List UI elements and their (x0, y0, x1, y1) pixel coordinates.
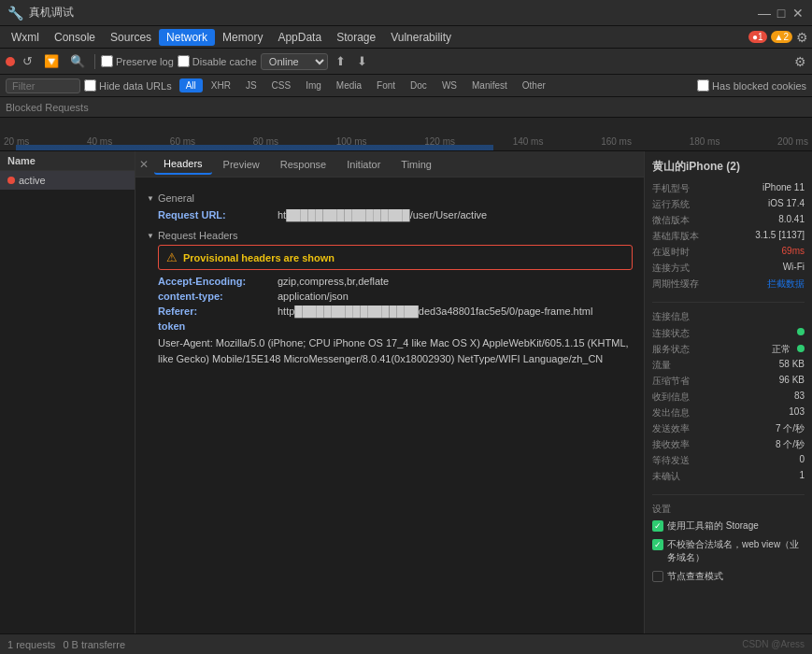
node-debug-checkbox[interactable] (652, 571, 663, 582)
sent-row: 发出信息 103 (652, 406, 805, 419)
menu-memory[interactable]: Memory (215, 29, 270, 46)
char-sent-row: 等待发送 0 (652, 454, 805, 467)
warning-message: Provisional headers are shown (183, 252, 335, 263)
tab-headers[interactable]: Headers (154, 154, 212, 175)
referer-label: Referer: (158, 306, 270, 317)
filter-tab-doc[interactable]: Doc (404, 78, 434, 92)
menu-appdata[interactable]: AppData (270, 29, 329, 46)
service-status-row: 服务状态 正常 (652, 343, 805, 356)
blocked-requests-label: Blocked Requests (6, 102, 89, 113)
conn-status-row: 连接状态 (652, 327, 805, 340)
download-button[interactable]: ⬇ (353, 52, 371, 70)
has-blocked-cookies-checkbox[interactable] (697, 79, 709, 92)
filter-tab-css[interactable]: CSS (265, 78, 298, 92)
node-debug-label: 节点查查模式 (667, 570, 723, 583)
user-agent-value: User-Agent: Mozilla/5.0 (iPhone; CPU iPh… (147, 334, 633, 368)
service-status-value: 正常 (772, 343, 805, 356)
error-badge: ●1 (748, 31, 767, 43)
filter-button[interactable]: 🔽 (40, 52, 63, 70)
filter-tab-js[interactable]: JS (239, 78, 264, 92)
menu-vulnerability[interactable]: Vulnerability (383, 29, 459, 46)
upload-button[interactable]: ⬆ (332, 52, 349, 70)
minimize-button[interactable]: — (758, 7, 771, 20)
filter-bar: Hide data URLs All XHR JS CSS Img Media … (0, 75, 812, 97)
menu-storage[interactable]: Storage (329, 29, 383, 46)
settings-section-title: 设置 (652, 503, 805, 516)
filter-tab-all[interactable]: All (179, 78, 203, 92)
preserve-log-label[interactable]: Preserve log (101, 55, 174, 67)
use-storage-checkbox[interactable]: ✓ (652, 520, 663, 532)
has-blocked-cookies[interactable]: Has blocked cookies (697, 79, 806, 92)
flow-label: 流量 (652, 359, 671, 372)
timeline-bar: 20 ms 40 ms 60 ms 80 ms 100 ms 120 ms 14… (0, 118, 812, 151)
blocked-requests-bar: Blocked Requests (0, 97, 812, 118)
maximize-button[interactable]: □ (775, 7, 788, 20)
timeline-labels: 20 ms 40 ms 60 ms 80 ms 100 ms 120 ms 14… (0, 136, 812, 147)
os-label: 运行系统 (652, 198, 690, 211)
hide-data-urls-label[interactable]: Hide data URLs (84, 79, 172, 92)
filter-tab-media[interactable]: Media (330, 78, 368, 92)
unconfirmed-value: 1 (799, 470, 805, 483)
preserve-log-checkbox[interactable] (101, 55, 113, 67)
search-button[interactable]: 🔍 (66, 52, 89, 70)
tab-timing[interactable]: Timing (392, 155, 441, 174)
flow-value: 58 KB (779, 359, 805, 372)
menu-wxml[interactable]: Wxml (4, 29, 47, 46)
request-url-row: Request URL: ht█████████████████/user/Us… (147, 207, 633, 222)
accept-encoding-value: gzip,compress,br,deflate (278, 276, 389, 287)
filter-tab-xhr[interactable]: XHR (205, 78, 237, 92)
no-validate-row: ✓ 不校验合法域名，web view（业务域名） (652, 538, 805, 564)
menu-console[interactable]: Console (47, 29, 103, 46)
filter-tab-manifest[interactable]: Manifest (465, 78, 514, 92)
filter-input[interactable] (6, 78, 80, 93)
separator-1 (652, 302, 805, 303)
filter-tab-ws[interactable]: WS (435, 78, 463, 92)
timeline-label-2: 60 ms (170, 136, 195, 147)
disable-cache-checkbox[interactable] (178, 55, 190, 67)
timeline-label-9: 200 ms (777, 136, 808, 147)
network-settings-icon[interactable]: ⚙ (794, 54, 806, 69)
menu-network[interactable]: Network (159, 29, 215, 46)
phone-model-row: 手机型号 iPhone 11 (652, 182, 805, 195)
detail-close-button[interactable]: ✕ (139, 158, 149, 171)
request-headers-section-header: Request Headers (147, 230, 633, 241)
send-speed-label: 发送效率 (652, 422, 690, 435)
close-button[interactable]: ✕ (791, 7, 805, 20)
unconfirmed-label: 未确认 (652, 470, 680, 483)
menu-sources[interactable]: Sources (103, 29, 159, 46)
provisional-headers-warning: ⚠ Provisional headers are shown (158, 245, 633, 270)
filter-tab-img[interactable]: Img (299, 78, 328, 92)
filter-tab-other[interactable]: Other (516, 78, 552, 92)
recv-speed-row: 接收效率 8 个/秒 (652, 438, 805, 451)
os-row: 运行系统 iOS 17.4 (652, 198, 805, 211)
no-validate-checkbox[interactable]: ✓ (652, 539, 663, 550)
divider-1 (94, 54, 95, 69)
refresh-button[interactable]: ↺ (19, 52, 36, 70)
settings-icon[interactable]: ⚙ (796, 30, 808, 45)
periodic-cache-value[interactable]: 拦截数据 (767, 277, 805, 291)
warning-icon: ⚠ (166, 250, 178, 264)
compressed-value: 96 KB (779, 375, 805, 388)
record-button[interactable] (6, 57, 15, 66)
token-row: token (147, 319, 633, 334)
timeline-label-1: 40 ms (87, 136, 112, 147)
status-bar: 1 requests 0 B transferre CSDN @Aress (0, 633, 812, 654)
service-status-label: 服务状态 (652, 343, 690, 356)
content-type-value: application/json (278, 291, 349, 302)
base-lib-label: 基础库版本 (652, 230, 699, 243)
tab-initiator[interactable]: Initiator (337, 155, 390, 174)
filter-tab-font[interactable]: Font (370, 78, 402, 92)
timeline-label-6: 140 ms (513, 136, 544, 147)
request-item-active[interactable]: active (0, 171, 135, 190)
conn-status-label: 连接状态 (652, 327, 690, 340)
accept-encoding-row: Accept-Encoding: gzip,compress,br,deflat… (147, 274, 633, 289)
network-condition-select[interactable]: Online Offline Slow 3G Fast 3G (261, 53, 328, 70)
tab-preview[interactable]: Preview (214, 155, 269, 174)
disable-cache-label[interactable]: Disable cache (178, 55, 257, 67)
unconfirmed-row: 未确认 1 (652, 470, 805, 483)
send-speed-value: 7 个/秒 (776, 422, 805, 435)
menu-bar: Wxml Console Sources Network Memory AppD… (0, 26, 812, 49)
tab-response[interactable]: Response (271, 155, 336, 174)
hide-data-urls-checkbox[interactable] (84, 79, 96, 92)
no-validate-label: 不校验合法域名，web view（业务域名） (667, 538, 805, 564)
